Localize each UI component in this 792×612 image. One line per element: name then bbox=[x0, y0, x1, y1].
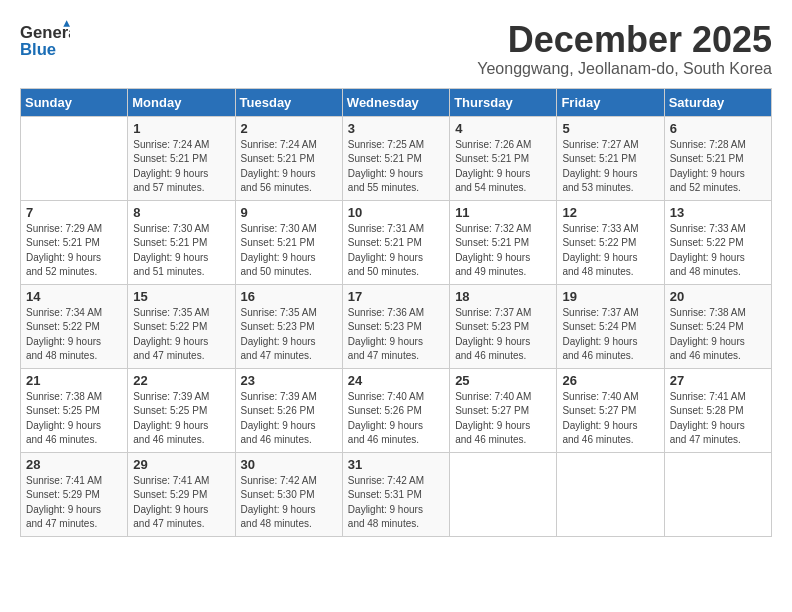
day-number: 3 bbox=[348, 121, 444, 136]
calendar-day-cell: 25Sunrise: 7:40 AM Sunset: 5:27 PM Dayli… bbox=[450, 368, 557, 452]
day-info: Sunrise: 7:34 AM Sunset: 5:22 PM Dayligh… bbox=[26, 306, 122, 364]
day-number: 12 bbox=[562, 205, 658, 220]
day-of-week-header: Monday bbox=[128, 88, 235, 116]
day-number: 4 bbox=[455, 121, 551, 136]
day-info: Sunrise: 7:41 AM Sunset: 5:29 PM Dayligh… bbox=[133, 474, 229, 532]
calendar-day-cell: 8Sunrise: 7:30 AM Sunset: 5:21 PM Daylig… bbox=[128, 200, 235, 284]
day-info: Sunrise: 7:38 AM Sunset: 5:25 PM Dayligh… bbox=[26, 390, 122, 448]
day-info: Sunrise: 7:40 AM Sunset: 5:27 PM Dayligh… bbox=[562, 390, 658, 448]
day-number: 2 bbox=[241, 121, 337, 136]
calendar-day-cell: 2Sunrise: 7:24 AM Sunset: 5:21 PM Daylig… bbox=[235, 116, 342, 200]
days-header-row: SundayMondayTuesdayWednesdayThursdayFrid… bbox=[21, 88, 772, 116]
calendar-day-cell: 14Sunrise: 7:34 AM Sunset: 5:22 PM Dayli… bbox=[21, 284, 128, 368]
calendar-day-cell: 22Sunrise: 7:39 AM Sunset: 5:25 PM Dayli… bbox=[128, 368, 235, 452]
calendar-day-cell: 3Sunrise: 7:25 AM Sunset: 5:21 PM Daylig… bbox=[342, 116, 449, 200]
day-of-week-header: Thursday bbox=[450, 88, 557, 116]
calendar-day-cell: 17Sunrise: 7:36 AM Sunset: 5:23 PM Dayli… bbox=[342, 284, 449, 368]
day-number: 11 bbox=[455, 205, 551, 220]
calendar-day-cell: 26Sunrise: 7:40 AM Sunset: 5:27 PM Dayli… bbox=[557, 368, 664, 452]
day-number: 22 bbox=[133, 373, 229, 388]
calendar-day-cell: 11Sunrise: 7:32 AM Sunset: 5:21 PM Dayli… bbox=[450, 200, 557, 284]
day-number: 8 bbox=[133, 205, 229, 220]
day-number: 28 bbox=[26, 457, 122, 472]
calendar-day-cell bbox=[450, 452, 557, 536]
day-number: 13 bbox=[670, 205, 766, 220]
calendar-week-row: 21Sunrise: 7:38 AM Sunset: 5:25 PM Dayli… bbox=[21, 368, 772, 452]
day-number: 30 bbox=[241, 457, 337, 472]
day-number: 7 bbox=[26, 205, 122, 220]
calendar-day-cell: 13Sunrise: 7:33 AM Sunset: 5:22 PM Dayli… bbox=[664, 200, 771, 284]
day-info: Sunrise: 7:33 AM Sunset: 5:22 PM Dayligh… bbox=[562, 222, 658, 280]
day-number: 9 bbox=[241, 205, 337, 220]
day-info: Sunrise: 7:42 AM Sunset: 5:30 PM Dayligh… bbox=[241, 474, 337, 532]
day-info: Sunrise: 7:32 AM Sunset: 5:21 PM Dayligh… bbox=[455, 222, 551, 280]
day-info: Sunrise: 7:29 AM Sunset: 5:21 PM Dayligh… bbox=[26, 222, 122, 280]
logo: General Blue bbox=[20, 20, 72, 62]
day-number: 25 bbox=[455, 373, 551, 388]
calendar-day-cell: 31Sunrise: 7:42 AM Sunset: 5:31 PM Dayli… bbox=[342, 452, 449, 536]
day-number: 5 bbox=[562, 121, 658, 136]
day-info: Sunrise: 7:27 AM Sunset: 5:21 PM Dayligh… bbox=[562, 138, 658, 196]
calendar-day-cell: 20Sunrise: 7:38 AM Sunset: 5:24 PM Dayli… bbox=[664, 284, 771, 368]
day-of-week-header: Friday bbox=[557, 88, 664, 116]
day-number: 18 bbox=[455, 289, 551, 304]
day-info: Sunrise: 7:28 AM Sunset: 5:21 PM Dayligh… bbox=[670, 138, 766, 196]
day-of-week-header: Saturday bbox=[664, 88, 771, 116]
calendar-day-cell: 5Sunrise: 7:27 AM Sunset: 5:21 PM Daylig… bbox=[557, 116, 664, 200]
calendar-day-cell: 19Sunrise: 7:37 AM Sunset: 5:24 PM Dayli… bbox=[557, 284, 664, 368]
calendar-day-cell: 4Sunrise: 7:26 AM Sunset: 5:21 PM Daylig… bbox=[450, 116, 557, 200]
day-number: 26 bbox=[562, 373, 658, 388]
day-info: Sunrise: 7:37 AM Sunset: 5:23 PM Dayligh… bbox=[455, 306, 551, 364]
calendar-day-cell: 24Sunrise: 7:40 AM Sunset: 5:26 PM Dayli… bbox=[342, 368, 449, 452]
calendar-day-cell: 18Sunrise: 7:37 AM Sunset: 5:23 PM Dayli… bbox=[450, 284, 557, 368]
day-number: 31 bbox=[348, 457, 444, 472]
day-info: Sunrise: 7:42 AM Sunset: 5:31 PM Dayligh… bbox=[348, 474, 444, 532]
day-info: Sunrise: 7:26 AM Sunset: 5:21 PM Dayligh… bbox=[455, 138, 551, 196]
calendar-day-cell: 16Sunrise: 7:35 AM Sunset: 5:23 PM Dayli… bbox=[235, 284, 342, 368]
page-header: General Blue December 2025 Yeonggwang, J… bbox=[20, 20, 772, 78]
day-number: 23 bbox=[241, 373, 337, 388]
day-info: Sunrise: 7:33 AM Sunset: 5:22 PM Dayligh… bbox=[670, 222, 766, 280]
calendar-day-cell: 21Sunrise: 7:38 AM Sunset: 5:25 PM Dayli… bbox=[21, 368, 128, 452]
day-info: Sunrise: 7:30 AM Sunset: 5:21 PM Dayligh… bbox=[133, 222, 229, 280]
calendar-day-cell: 27Sunrise: 7:41 AM Sunset: 5:28 PM Dayli… bbox=[664, 368, 771, 452]
day-number: 15 bbox=[133, 289, 229, 304]
day-info: Sunrise: 7:39 AM Sunset: 5:26 PM Dayligh… bbox=[241, 390, 337, 448]
calendar-week-row: 28Sunrise: 7:41 AM Sunset: 5:29 PM Dayli… bbox=[21, 452, 772, 536]
title-block: December 2025 Yeonggwang, Jeollanam-do, … bbox=[477, 20, 772, 78]
calendar-day-cell: 15Sunrise: 7:35 AM Sunset: 5:22 PM Dayli… bbox=[128, 284, 235, 368]
month-title: December 2025 bbox=[477, 20, 772, 60]
day-number: 24 bbox=[348, 373, 444, 388]
calendar-day-cell: 29Sunrise: 7:41 AM Sunset: 5:29 PM Dayli… bbox=[128, 452, 235, 536]
calendar-week-row: 7Sunrise: 7:29 AM Sunset: 5:21 PM Daylig… bbox=[21, 200, 772, 284]
day-info: Sunrise: 7:39 AM Sunset: 5:25 PM Dayligh… bbox=[133, 390, 229, 448]
day-number: 29 bbox=[133, 457, 229, 472]
day-info: Sunrise: 7:30 AM Sunset: 5:21 PM Dayligh… bbox=[241, 222, 337, 280]
day-info: Sunrise: 7:24 AM Sunset: 5:21 PM Dayligh… bbox=[241, 138, 337, 196]
day-info: Sunrise: 7:35 AM Sunset: 5:23 PM Dayligh… bbox=[241, 306, 337, 364]
day-info: Sunrise: 7:31 AM Sunset: 5:21 PM Dayligh… bbox=[348, 222, 444, 280]
calendar-day-cell bbox=[557, 452, 664, 536]
day-of-week-header: Wednesday bbox=[342, 88, 449, 116]
day-info: Sunrise: 7:35 AM Sunset: 5:22 PM Dayligh… bbox=[133, 306, 229, 364]
day-number: 16 bbox=[241, 289, 337, 304]
calendar-day-cell: 1Sunrise: 7:24 AM Sunset: 5:21 PM Daylig… bbox=[128, 116, 235, 200]
calendar-day-cell: 9Sunrise: 7:30 AM Sunset: 5:21 PM Daylig… bbox=[235, 200, 342, 284]
calendar-day-cell: 28Sunrise: 7:41 AM Sunset: 5:29 PM Dayli… bbox=[21, 452, 128, 536]
day-info: Sunrise: 7:25 AM Sunset: 5:21 PM Dayligh… bbox=[348, 138, 444, 196]
day-number: 10 bbox=[348, 205, 444, 220]
day-info: Sunrise: 7:36 AM Sunset: 5:23 PM Dayligh… bbox=[348, 306, 444, 364]
day-number: 20 bbox=[670, 289, 766, 304]
day-number: 14 bbox=[26, 289, 122, 304]
svg-text:Blue: Blue bbox=[20, 40, 56, 59]
day-info: Sunrise: 7:40 AM Sunset: 5:26 PM Dayligh… bbox=[348, 390, 444, 448]
day-number: 21 bbox=[26, 373, 122, 388]
calendar-table: SundayMondayTuesdayWednesdayThursdayFrid… bbox=[20, 88, 772, 537]
calendar-day-cell: 6Sunrise: 7:28 AM Sunset: 5:21 PM Daylig… bbox=[664, 116, 771, 200]
day-of-week-header: Sunday bbox=[21, 88, 128, 116]
calendar-day-cell: 23Sunrise: 7:39 AM Sunset: 5:26 PM Dayli… bbox=[235, 368, 342, 452]
day-number: 17 bbox=[348, 289, 444, 304]
calendar-day-cell: 30Sunrise: 7:42 AM Sunset: 5:30 PM Dayli… bbox=[235, 452, 342, 536]
day-info: Sunrise: 7:38 AM Sunset: 5:24 PM Dayligh… bbox=[670, 306, 766, 364]
calendar-day-cell: 10Sunrise: 7:31 AM Sunset: 5:21 PM Dayli… bbox=[342, 200, 449, 284]
